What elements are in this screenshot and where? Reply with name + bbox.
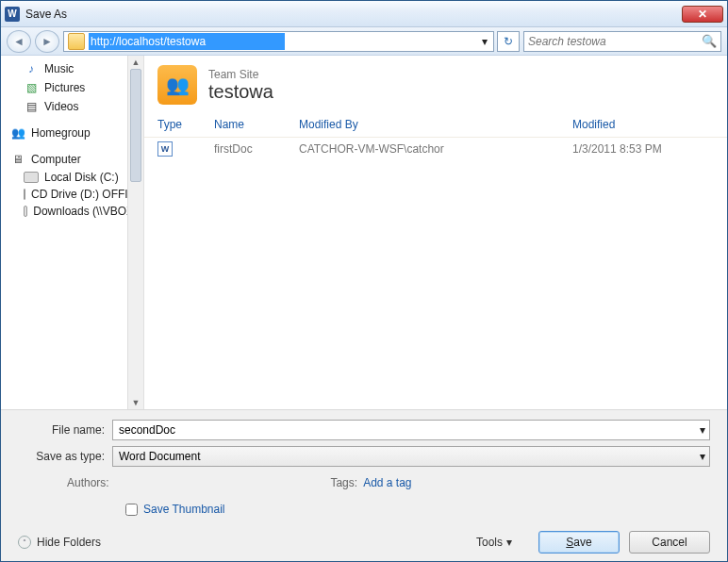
- save-type-value: Word Document: [119, 450, 200, 463]
- save-thumbnail-label[interactable]: Save Thumbnail: [143, 503, 225, 516]
- cancel-label: Cancel: [652, 536, 687, 549]
- close-icon: ✕: [698, 8, 707, 21]
- library-title: testowa: [208, 81, 273, 103]
- file-row[interactable]: W firstDoc CATCHOR-VM-WSF\catchor 1/3/20…: [144, 138, 727, 160]
- column-headers[interactable]: Type Name Modified By Modified: [144, 112, 727, 138]
- save-as-dialog: W Save As ✕ ◄ ► http://localhost/testowa…: [0, 0, 728, 562]
- chevron-down-icon[interactable]: ▾: [700, 450, 705, 463]
- authors-label: Authors:: [67, 476, 109, 489]
- team-site-icon: 👥: [157, 65, 197, 105]
- sidebar-scrollbar[interactable]: ▲ ▼: [127, 56, 143, 409]
- file-name: firstDoc: [214, 142, 299, 156]
- cancel-button[interactable]: Cancel: [629, 531, 710, 554]
- forward-button[interactable]: ►: [35, 30, 59, 53]
- window-title: Save As: [25, 8, 682, 21]
- library-subtitle: Team Site: [208, 68, 273, 81]
- add-tag-link[interactable]: Add a tag: [363, 476, 411, 489]
- music-icon: ♪: [24, 61, 39, 76]
- footer-panel: File name: secondDoc ▾ Save as type: Wor…: [1, 409, 727, 561]
- sidebar-item-music[interactable]: ♪Music: [1, 59, 143, 78]
- file-list-pane: 👥 Team Site testowa Type Name Modified B…: [144, 56, 727, 409]
- tools-dropdown[interactable]: Tools ▾: [476, 536, 512, 549]
- arrow-right-icon: ►: [41, 35, 53, 48]
- navigation-pane[interactable]: ♪Music ▧Pictures ▤Videos 👥Homegroup 🖥Com…: [1, 56, 144, 409]
- videos-icon: ▤: [24, 99, 39, 114]
- save-thumbnail-checkbox[interactable]: [125, 504, 138, 516]
- sidebar-label: Downloads (\\VBOX): [33, 205, 138, 218]
- file-modified-by: CATCHOR-VM-WSF\catchor: [299, 142, 572, 156]
- filename-input[interactable]: secondDoc ▾: [112, 420, 710, 440]
- library-header: 👥 Team Site testowa: [144, 56, 727, 112]
- save-type-label: Save as type:: [18, 450, 112, 463]
- sidebar-item-downloads[interactable]: Downloads (\\VBOX): [1, 203, 143, 220]
- sidebar-item-local-disk[interactable]: Local Disk (C:): [1, 169, 143, 186]
- sidebar-item-homegroup[interactable]: 👥Homegroup: [1, 124, 143, 142]
- folder-icon: [68, 33, 85, 50]
- hide-folders-label: Hide Folders: [37, 536, 101, 549]
- scroll-up-icon[interactable]: ▲: [128, 56, 143, 69]
- sidebar-label: Homegroup: [31, 126, 91, 140]
- search-box[interactable]: 🔍: [523, 31, 721, 52]
- chevron-down-icon: ▾: [482, 35, 488, 48]
- scroll-down-icon[interactable]: ▼: [128, 396, 143, 409]
- homegroup-icon: 👥: [10, 125, 25, 140]
- sidebar-label: Music: [44, 62, 74, 75]
- tags-label: Tags:: [330, 476, 357, 489]
- word-doc-icon: W: [157, 141, 173, 157]
- save-type-dropdown[interactable]: Word Document ▾: [112, 446, 710, 467]
- back-button[interactable]: ◄: [7, 30, 31, 53]
- navigation-bar: ◄ ► http://localhost/testowa ▾ ↻ 🔍: [1, 27, 727, 56]
- sidebar-item-videos[interactable]: ▤Videos: [1, 97, 143, 116]
- tools-label: Tools: [476, 536, 503, 549]
- col-modified[interactable]: Modified: [572, 118, 714, 131]
- search-icon: 🔍: [702, 34, 717, 48]
- filename-value: secondDoc: [119, 423, 175, 437]
- sidebar-label: Computer: [31, 153, 81, 166]
- col-modified-by[interactable]: Modified By: [299, 118, 572, 131]
- hide-folders-button[interactable]: ˄ Hide Folders: [18, 536, 101, 549]
- filename-label: File name:: [18, 423, 112, 437]
- chevron-down-icon: ▾: [506, 536, 512, 549]
- address-input[interactable]: http://localhost/testowa: [89, 33, 285, 50]
- col-name[interactable]: Name: [214, 118, 299, 131]
- save-label: ave: [573, 536, 591, 549]
- refresh-button[interactable]: ↻: [497, 31, 520, 52]
- col-type[interactable]: Type: [157, 118, 214, 131]
- close-button[interactable]: ✕: [682, 6, 723, 23]
- search-input[interactable]: [528, 35, 702, 48]
- titlebar[interactable]: W Save As ✕: [1, 1, 727, 27]
- arrow-left-icon: ◄: [13, 35, 25, 48]
- address-dropdown[interactable]: ▾: [476, 35, 493, 48]
- scrollbar-thumb[interactable]: [130, 69, 141, 182]
- word-app-icon: W: [5, 7, 20, 22]
- disc-icon: [24, 189, 25, 200]
- chevron-up-icon: ˄: [18, 536, 31, 549]
- drive-icon: [24, 172, 39, 183]
- computer-icon: 🖥: [10, 152, 25, 167]
- sidebar-item-pictures[interactable]: ▧Pictures: [1, 78, 143, 97]
- address-bar[interactable]: http://localhost/testowa ▾: [63, 31, 494, 52]
- sidebar-label: Local Disk (C:): [44, 171, 119, 184]
- sidebar-label: Videos: [44, 100, 78, 113]
- sidebar-item-cd-drive[interactable]: CD Drive (D:) OFFICE14: [1, 186, 143, 203]
- file-modified: 1/3/2011 8:53 PM: [572, 142, 714, 156]
- refresh-icon: ↻: [504, 35, 513, 48]
- chevron-down-icon[interactable]: ▾: [700, 423, 705, 437]
- network-drive-icon: [24, 206, 27, 217]
- pictures-icon: ▧: [24, 80, 39, 95]
- sidebar-label: Pictures: [44, 81, 85, 94]
- save-button[interactable]: Save: [538, 531, 620, 554]
- sidebar-item-computer[interactable]: 🖥Computer: [1, 150, 143, 169]
